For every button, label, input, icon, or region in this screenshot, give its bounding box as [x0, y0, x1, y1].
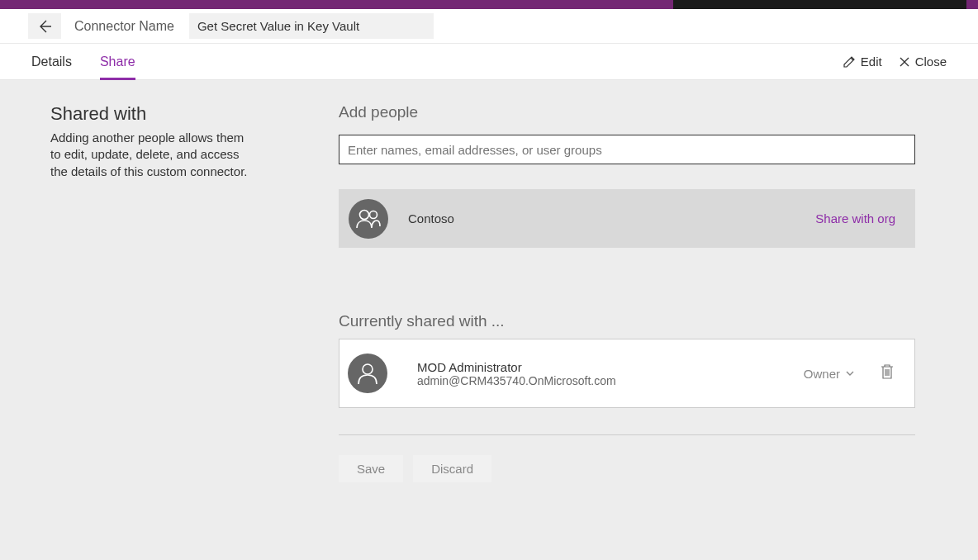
connector-name-label: Connector Name [74, 19, 174, 34]
shared-user-name: MOD Administrator [417, 360, 616, 374]
header: Connector Name [0, 9, 978, 44]
brand-bar-dark-segment [673, 0, 966, 9]
currently-shared-label: Currently shared with ... [339, 312, 915, 330]
person-icon [355, 361, 380, 386]
people-icon [355, 206, 382, 231]
add-people-input[interactable] [339, 135, 915, 164]
shared-user-card: MOD Administrator admin@CRM435740.OnMicr… [339, 339, 915, 408]
group-avatar [349, 199, 388, 239]
tab-share[interactable]: Share [100, 44, 135, 79]
edit-label: Edit [861, 55, 882, 69]
add-people-label: Add people [339, 103, 915, 121]
role-label: Owner [804, 367, 840, 381]
close-icon [899, 56, 910, 68]
arrow-left-icon [36, 18, 53, 35]
shared-user-email: admin@CRM435740.OnMicrosoft.com [417, 374, 616, 387]
back-button[interactable] [28, 13, 61, 39]
suggestion-name: Contoso [408, 211, 454, 225]
tab-details[interactable]: Details [31, 44, 72, 79]
role-dropdown[interactable]: Owner [804, 367, 855, 381]
shared-with-heading: Shared with [50, 103, 297, 125]
chevron-down-icon [845, 368, 855, 378]
svg-point-0 [360, 210, 369, 219]
brand-bar [0, 0, 978, 9]
discard-button[interactable]: Discard [413, 455, 491, 482]
tabs-row: Details Share Edit Close [0, 44, 978, 80]
save-button[interactable]: Save [339, 455, 403, 482]
trash-icon [880, 363, 895, 380]
close-label: Close [915, 55, 947, 69]
share-with-org-link[interactable]: Share with org [815, 211, 895, 225]
org-suggestion-card: Contoso Share with org [339, 189, 915, 248]
shared-with-description: Adding another people allows them to edi… [50, 130, 255, 180]
connector-name-input[interactable] [189, 13, 434, 39]
user-avatar [348, 354, 387, 393]
edit-button[interactable]: Edit [843, 55, 882, 69]
svg-point-1 [370, 211, 377, 218]
delete-button[interactable] [880, 363, 895, 383]
svg-point-2 [363, 364, 373, 374]
pencil-icon [843, 55, 856, 69]
close-button[interactable]: Close [899, 55, 947, 69]
divider [339, 434, 915, 435]
